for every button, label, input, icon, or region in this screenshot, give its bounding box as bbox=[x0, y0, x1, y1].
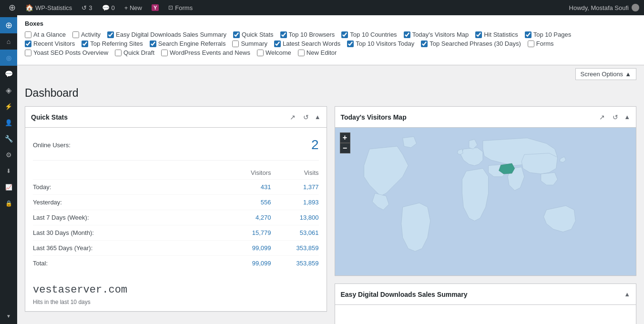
box-yoast-checkbox[interactable] bbox=[25, 50, 31, 56]
visitors-map-refresh-icon[interactable]: ↺ bbox=[611, 112, 620, 122]
quick-stats-collapse-icon[interactable]: ▲ bbox=[315, 113, 321, 121]
box-wp-events-label: WordPress Events and News bbox=[170, 49, 250, 56]
comments-sidebar-icon: 💬 bbox=[5, 70, 13, 78]
screen-options-label: Screen Options bbox=[581, 71, 624, 78]
sidebar-item-security[interactable]: 🔒 bbox=[0, 195, 17, 212]
box-quick-draft-checkbox[interactable] bbox=[115, 50, 122, 56]
box-hit-stats-checkbox[interactable] bbox=[475, 31, 482, 38]
box-top-visitors-today-label: Top 10 Visitors Today bbox=[356, 40, 414, 47]
box-top-browsers-checkbox[interactable] bbox=[280, 31, 287, 38]
sidebar-item-users[interactable]: 👤 bbox=[0, 114, 17, 131]
updates-button[interactable]: ↺ 3 bbox=[78, 0, 96, 15]
box-welcome-checkbox[interactable] bbox=[257, 50, 264, 56]
box-top-searched[interactable]: Top Searched Phrases (30 Days) bbox=[421, 40, 521, 47]
box-activity-checkbox[interactable] bbox=[72, 31, 79, 38]
box-quick-draft[interactable]: Quick Draft bbox=[115, 49, 154, 56]
box-hit-stats[interactable]: Hit Statistics bbox=[475, 31, 518, 38]
comments-button[interactable]: 💬 0 bbox=[98, 0, 119, 15]
map-zoom-in-button[interactable]: + bbox=[340, 132, 350, 143]
box-edd-checkbox[interactable] bbox=[107, 31, 114, 38]
box-yoast[interactable]: Yoast SEO Posts Overview bbox=[25, 49, 108, 56]
forms-label: Forms bbox=[175, 4, 193, 11]
box-forms-checkbox[interactable] bbox=[528, 40, 534, 47]
sidebar-item-settings[interactable]: ⚙ bbox=[0, 147, 17, 163]
box-visitors-map[interactable]: Today's Visitors Map bbox=[404, 31, 469, 38]
user-avatar[interactable] bbox=[632, 4, 639, 11]
box-latest-search-checkbox[interactable] bbox=[274, 40, 281, 47]
edd-title: Easy Digital Downloads Sales Summary bbox=[341, 291, 468, 298]
stats-year-visitors: 99,099 bbox=[224, 244, 271, 252]
map-zoom-out-button[interactable]: − bbox=[340, 143, 350, 153]
box-top-visitors-today[interactable]: Top 10 Visitors Today bbox=[347, 40, 414, 47]
yoast-icon: Y bbox=[152, 4, 159, 11]
wp-logo-button[interactable]: ⊕ bbox=[5, 0, 20, 15]
stats-week-visitors: 4,270 bbox=[224, 214, 271, 221]
sidebar-item-statistics[interactable]: ◎ bbox=[0, 50, 17, 66]
box-top-pages-checkbox[interactable] bbox=[525, 31, 532, 38]
box-visitors-map-checkbox[interactable] bbox=[404, 31, 410, 38]
box-search-engine[interactable]: Search Engine Referrals bbox=[150, 40, 226, 47]
box-top-browsers[interactable]: Top 10 Browsers bbox=[280, 31, 335, 38]
box-new-editor[interactable]: New Editor bbox=[298, 49, 337, 56]
box-top-visitors-today-checkbox[interactable] bbox=[347, 40, 354, 47]
visitors-map-export-icon[interactable]: ↗ bbox=[597, 112, 607, 122]
box-top-referring[interactable]: Top Referring Sites bbox=[82, 40, 143, 47]
sidebar-item-more[interactable]: ▼ bbox=[0, 308, 17, 324]
box-quick-stats[interactable]: Quick Stats bbox=[233, 31, 273, 38]
edd-collapse-icon[interactable]: ▲ bbox=[624, 291, 630, 298]
stats-row-year: Last 365 Days (Year): 99,099 353,859 bbox=[33, 240, 319, 255]
boxes-title: Boxes bbox=[25, 20, 636, 27]
box-top-searched-checkbox[interactable] bbox=[421, 40, 428, 47]
box-top-pages[interactable]: Top 10 Pages bbox=[525, 31, 572, 38]
box-welcome[interactable]: Welcome bbox=[257, 49, 291, 56]
box-summary-checkbox[interactable] bbox=[232, 40, 239, 47]
stats-row-today: Today: 431 1,377 bbox=[33, 179, 319, 194]
tools-sidebar-icon: 🔧 bbox=[5, 135, 13, 142]
quick-stats-refresh-icon[interactable]: ↺ bbox=[301, 112, 311, 122]
box-wp-events[interactable]: WordPress Events and News bbox=[161, 49, 250, 56]
box-wp-events-checkbox[interactable] bbox=[161, 50, 168, 56]
box-at-a-glance-label: At a Glance bbox=[33, 31, 66, 38]
box-summary[interactable]: Summary bbox=[232, 40, 267, 47]
box-edd[interactable]: Easy Digital Downloads Sales Summary bbox=[107, 31, 226, 38]
new-content-button[interactable]: + New bbox=[121, 0, 146, 15]
sidebar-item-dashboard[interactable]: ⊕ bbox=[0, 17, 17, 33]
box-latest-search[interactable]: Latest Search Words bbox=[274, 40, 340, 47]
site-name-label: WP-Statistics bbox=[35, 4, 72, 11]
forms-button[interactable]: ⊡ Forms bbox=[164, 0, 196, 15]
box-search-engine-checkbox[interactable] bbox=[150, 40, 156, 47]
sidebar-item-appearance[interactable]: ◈ bbox=[0, 82, 17, 98]
box-new-editor-checkbox[interactable] bbox=[298, 50, 305, 56]
box-at-a-glance[interactable]: At a Glance bbox=[25, 31, 66, 38]
users-sidebar-icon: 👤 bbox=[5, 119, 12, 126]
sidebar-item-import[interactable]: ⬇ bbox=[0, 163, 17, 179]
box-recent-visitors-checkbox[interactable] bbox=[25, 40, 31, 47]
quick-stats-widget: Quick Stats ↗ ↺ ▲ Online Users: 2 bbox=[25, 106, 327, 312]
stats-yesterday-visits: 1,893 bbox=[271, 199, 319, 206]
box-forms[interactable]: Forms bbox=[528, 40, 554, 47]
sidebar-item-comments[interactable]: 💬 bbox=[0, 66, 17, 82]
box-quick-stats-checkbox[interactable] bbox=[233, 31, 240, 38]
box-top-countries-checkbox[interactable] bbox=[341, 31, 348, 38]
box-activity[interactable]: Activity bbox=[72, 31, 101, 38]
quick-stats-export-icon[interactable]: ↗ bbox=[288, 112, 297, 122]
visitors-map-collapse-icon[interactable]: ▲ bbox=[624, 113, 630, 121]
yoast-button[interactable]: Y bbox=[148, 0, 163, 15]
box-top-referring-checkbox[interactable] bbox=[82, 40, 88, 47]
stats-today-label: Today: bbox=[33, 183, 224, 191]
sidebar-item-home[interactable]: ⌂ bbox=[0, 33, 17, 50]
box-recent-visitors[interactable]: Recent Visitors bbox=[25, 40, 75, 47]
sidebar-item-reports[interactable]: 📈 bbox=[0, 179, 17, 195]
world-map-svg bbox=[341, 132, 631, 271]
box-top-browsers-label: Top 10 Browsers bbox=[289, 31, 335, 38]
site-name-button[interactable]: 🏠 WP-Statistics bbox=[21, 0, 76, 15]
sidebar-item-tools[interactable]: 🔧 bbox=[0, 131, 17, 147]
screen-options-button[interactable]: Screen Options ▲ bbox=[575, 68, 636, 80]
box-new-editor-label: New Editor bbox=[307, 49, 337, 56]
stats-period-col bbox=[33, 169, 224, 176]
boxes-row-1: At a Glance Activity Easy Digital Downlo… bbox=[25, 31, 636, 38]
sidebar-item-plugins[interactable]: ⚡ bbox=[0, 98, 17, 114]
box-at-a-glance-checkbox[interactable] bbox=[25, 31, 31, 38]
box-top-countries[interactable]: Top 10 Countries bbox=[341, 31, 397, 38]
stats-month-visitors: 15,779 bbox=[224, 229, 271, 236]
